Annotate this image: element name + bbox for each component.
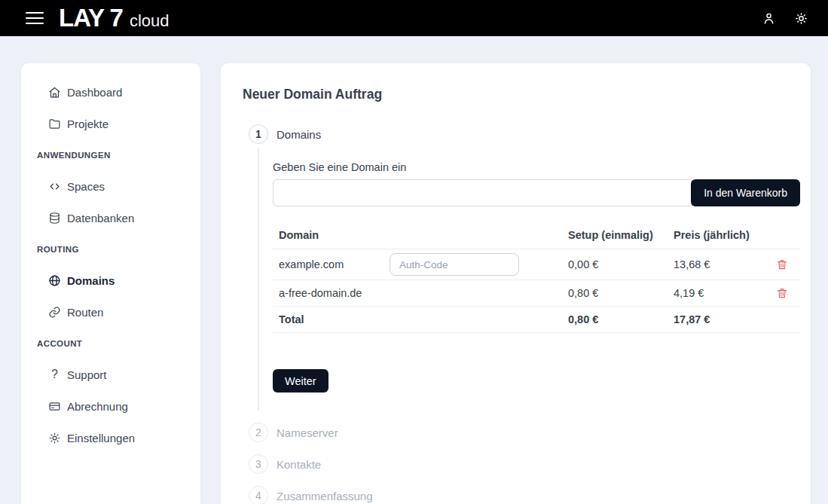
sidebar-label: Projekte <box>67 118 108 130</box>
link-icon <box>48 306 61 319</box>
user-icon[interactable] <box>762 11 776 26</box>
step-zusammenfassung[interactable]: 4 Zusammenfassung <box>249 486 800 504</box>
step-domains: 1 Domains Geben Sie eine Domain ein In d… <box>249 124 800 411</box>
sidebar-label: Datenbanken <box>67 212 134 225</box>
step-label: Kontakte <box>277 458 321 471</box>
sidebar-item-spaces[interactable]: Spaces <box>21 170 200 202</box>
step-domains-header: 1 Domains <box>249 124 800 144</box>
page-layout: Dashboard Projekte ANWENDUNGEN Spaces <box>0 36 828 504</box>
code-icon <box>48 180 61 193</box>
sidebar-item-abrechnung[interactable]: Abrechnung <box>21 390 200 422</box>
column-header-domain: Domain <box>273 226 562 249</box>
main-content: Neuer Domain Auftrag 1 Domains Geben Sie… <box>221 63 811 504</box>
order-stepper: 1 Domains Geben Sie eine Domain ein In d… <box>249 124 800 504</box>
sidebar-item-projekte[interactable]: Projekte <box>21 108 200 139</box>
logo-secondary: cloud <box>130 11 170 31</box>
step-number-badge: 3 <box>249 454 268 474</box>
sidebar-item-routen[interactable]: Routen <box>21 296 200 328</box>
sidebar-label: Support <box>67 368 107 381</box>
domain-table: Domain Setup (einmalig) Preis (jährlich) <box>273 226 800 333</box>
yearly-price: 4,19 € <box>668 280 770 307</box>
sidebar: Dashboard Projekte ANWENDUNGEN Spaces <box>21 63 200 504</box>
column-header-setup: Setup (einmalig) <box>562 226 668 249</box>
setup-price: 0,00 € <box>562 249 668 280</box>
sidebar-section-routing: ROUTING <box>21 234 200 264</box>
database-icon <box>48 212 61 225</box>
sidebar-section-account: ACCOUNT <box>21 328 200 359</box>
step-label: Nameserver <box>277 426 338 439</box>
trash-icon[interactable] <box>776 287 788 299</box>
domain-input-label: Geben Sie eine Domain ein <box>273 161 800 173</box>
sidebar-label: Dashboard <box>67 86 122 99</box>
sun-icon[interactable] <box>794 11 808 26</box>
domain-name: a-free-domain.de <box>273 280 562 307</box>
sidebar-label: Abrechnung <box>67 400 128 413</box>
setup-price: 0,80 € <box>562 280 668 307</box>
table-row: a-free-domain.de 0,80 € 4,19 € <box>273 280 800 307</box>
column-header-actions <box>770 226 800 249</box>
column-header-price: Preis (jährlich) <box>668 226 770 249</box>
sidebar-item-datenbanken[interactable]: Datenbanken <box>21 202 200 234</box>
auth-code-input[interactable] <box>390 253 519 276</box>
sidebar-label: Einstellungen <box>67 432 135 444</box>
topbar-actions <box>762 11 808 26</box>
yearly-price: 13,68 € <box>668 249 770 280</box>
logo-primary: LAY 7 <box>59 5 123 30</box>
total-price: 17,87 € <box>668 307 770 333</box>
step-number-badge: 2 <box>249 423 268 442</box>
step-domains-content: Geben Sie eine Domain ein In den Warenko… <box>258 148 800 411</box>
step-label: Domains <box>277 128 321 141</box>
domain-name: example.com <box>279 258 390 270</box>
total-setup: 0,80 € <box>562 307 668 333</box>
add-to-cart-button[interactable]: In den Warenkorb <box>691 179 800 206</box>
gear-icon <box>48 432 61 444</box>
credit-card-icon <box>48 400 61 413</box>
sidebar-item-support[interactable]: ? Support <box>21 359 200 390</box>
sidebar-item-domains[interactable]: Domains <box>21 264 200 296</box>
step-number-badge: 1 <box>249 124 268 144</box>
table-row: example.com 0,00 € 13,68 € <box>273 249 800 280</box>
sidebar-section-anwendungen: ANWENDUNGEN <box>21 139 200 170</box>
home-icon <box>48 86 61 99</box>
domain-input-row: In den Warenkorb <box>273 179 800 206</box>
domain-input[interactable] <box>273 179 693 206</box>
step-nameserver[interactable]: 2 Nameserver <box>249 423 800 442</box>
table-total-row: Total 0,80 € 17,87 € <box>273 307 800 333</box>
step-label: Zusammenfassung <box>277 490 373 502</box>
question-icon: ? <box>48 368 61 381</box>
trash-icon[interactable] <box>776 258 788 270</box>
menu-icon[interactable] <box>26 12 44 24</box>
topbar: LAY 7 cloud <box>0 0 828 36</box>
sidebar-label: Spaces <box>67 180 105 193</box>
sidebar-label: Routen <box>67 306 103 319</box>
folder-icon <box>48 118 61 130</box>
table-header-row: Domain Setup (einmalig) Preis (jährlich) <box>273 226 800 249</box>
sidebar-label: Domains <box>67 274 115 287</box>
page-title: Neuer Domain Auftrag <box>243 87 800 102</box>
app-logo: LAY 7 cloud <box>59 5 170 31</box>
step-kontakte[interactable]: 3 Kontakte <box>249 454 800 474</box>
step-number-badge: 4 <box>249 486 268 504</box>
next-button[interactable]: Weiter <box>273 369 328 393</box>
sidebar-item-einstellungen[interactable]: Einstellungen <box>21 422 200 454</box>
total-label: Total <box>273 307 562 333</box>
globe-icon <box>48 274 61 287</box>
sidebar-item-dashboard[interactable]: Dashboard <box>21 76 200 108</box>
